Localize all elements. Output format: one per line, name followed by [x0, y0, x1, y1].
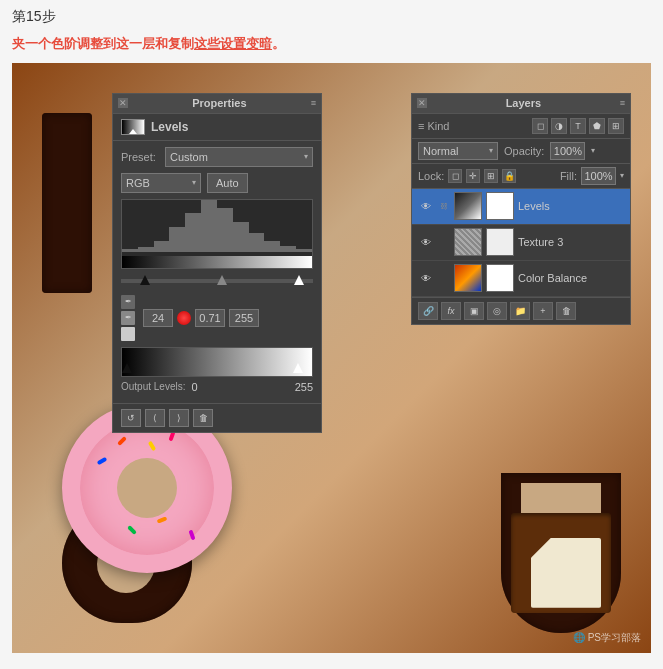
canvas-area: ✕ Properties ≡ Levels Preset: Custom ▾ R… [12, 63, 651, 653]
properties-menu-icon[interactable]: ≡ [311, 98, 316, 108]
smart-icon[interactable]: ⊞ [608, 118, 624, 134]
layers-close[interactable]: ✕ [417, 98, 427, 108]
layer-chain-levels: ⛓ [438, 200, 450, 212]
layer-thumbnail-levels [454, 192, 482, 220]
hbar-12 [296, 249, 312, 252]
layers-title: Layers [506, 97, 541, 109]
lock-pixel-btn[interactable]: ◻ [448, 169, 462, 183]
layers-titlebar: ✕ Layers ≡ [412, 94, 630, 114]
layer-kind-icons: ◻ ◑ T ⬟ ⊞ [532, 118, 624, 134]
layer-eye-texture3[interactable]: 👁 [418, 234, 434, 250]
new-layer-btn[interactable]: + [533, 302, 553, 320]
levels-header: Levels [113, 114, 321, 141]
fill-input[interactable]: 100% [581, 167, 616, 185]
input-values-row: ✒ ✒ ✒ 24 0.71 255 [121, 295, 313, 341]
delete-layer-btn[interactable]: 🗑 [556, 302, 576, 320]
add-adjustment-btn[interactable]: ◎ [487, 302, 507, 320]
highlight-slider-handle[interactable] [294, 275, 304, 285]
previous-button[interactable]: ⟨ [145, 409, 165, 427]
delete-button[interactable]: 🗑 [193, 409, 213, 427]
layers-footer: 🔗 fx ▣ ◎ 📁 + 🗑 [412, 297, 630, 324]
layer-chain-texture3 [438, 236, 450, 248]
blend-row: Normal ▾ Opacity: 100% ▾ [412, 139, 630, 164]
input-slider-row[interactable] [121, 273, 313, 289]
auto-button[interactable]: Auto [207, 173, 248, 193]
new-group-btn[interactable]: 📁 [510, 302, 530, 320]
hbar-5 [185, 213, 201, 252]
hbar-2 [138, 247, 154, 251]
sprinkle-5 [127, 525, 137, 535]
watermark-icon: 🌐 [573, 632, 588, 643]
type-icon[interactable]: T [570, 118, 586, 134]
blend-dropdown[interactable]: Normal ▾ [418, 142, 498, 160]
layer-eye-levels[interactable]: 👁 [418, 198, 434, 214]
red-indicator [177, 311, 191, 325]
output-shadow-handle[interactable] [122, 363, 132, 373]
opacity-arrow-icon: ▾ [591, 146, 595, 155]
eyedropper-grey[interactable]: ✒ [121, 311, 135, 325]
fx-button[interactable]: fx [441, 302, 461, 320]
output-levels-label: Output Levels: [121, 381, 185, 392]
desc-part2: 。 [272, 36, 285, 51]
channel-dropdown[interactable]: RGB ▾ [121, 173, 201, 193]
step-label: 第15步 [12, 8, 56, 24]
sprinkle-2 [148, 440, 156, 451]
preset-arrow-icon: ▾ [304, 152, 308, 161]
preset-label: Preset: [121, 151, 161, 163]
preset-value: Custom [170, 151, 208, 163]
page-header: 第15步 [0, 0, 663, 30]
hbar-8 [233, 222, 249, 252]
layer-row-levels[interactable]: 👁 ⛓ Levels [412, 189, 630, 225]
pixel-icon[interactable]: ◻ [532, 118, 548, 134]
next-button[interactable]: ⟩ [169, 409, 189, 427]
shadow-input[interactable]: 24 [143, 309, 173, 327]
shadow-slider-handle[interactable] [140, 275, 150, 285]
watermark-text: PS学习部落 [588, 632, 641, 643]
adjustment-icon[interactable]: ◑ [551, 118, 567, 134]
add-mask-btn[interactable]: ▣ [464, 302, 484, 320]
layer-name-colorbalance: Color Balance [518, 272, 624, 284]
kind-row: ≡ Kind ◻ ◑ T ⬟ ⊞ [412, 114, 630, 139]
layer-row-texture3[interactable]: 👁 Texture 3 [412, 225, 630, 261]
blend-mode-value: Normal [423, 145, 458, 157]
lock-all-btn[interactable]: 🔒 [502, 169, 516, 183]
properties-body: Preset: Custom ▾ RGB ▾ Auto [113, 141, 321, 403]
preset-dropdown[interactable]: Custom ▾ [165, 147, 313, 167]
layer-eye-colorbalance[interactable]: 👁 [418, 270, 434, 286]
layer-row-colorbalance[interactable]: 👁 Color Balance [412, 261, 630, 297]
gamma-slider-handle[interactable] [217, 275, 227, 285]
desc-highlight: 这些设置变暗 [194, 36, 272, 51]
channel-arrow-icon: ▾ [192, 178, 196, 187]
shape-icon[interactable]: ⬟ [589, 118, 605, 134]
output-levels-row: Output Levels: 0 255 [121, 381, 313, 393]
sprinkle-3 [97, 457, 108, 465]
properties-close[interactable]: ✕ [118, 98, 128, 108]
properties-titlebar: ✕ Properties ≡ [113, 94, 321, 114]
gamma-input[interactable]: 0.71 [195, 309, 225, 327]
hbar-3 [154, 241, 170, 252]
properties-panel: ✕ Properties ≡ Levels Preset: Custom ▾ R… [112, 93, 322, 433]
lock-position-btn[interactable]: ✛ [466, 169, 480, 183]
lock-artboard-btn[interactable]: ⊞ [484, 169, 498, 183]
choc-bar-bite [531, 538, 601, 608]
fill-arrow-icon: ▾ [620, 171, 624, 180]
levels-icon [121, 119, 145, 135]
layers-menu-icon[interactable]: ≡ [620, 98, 625, 108]
eyedropper-white[interactable]: ✒ [121, 327, 135, 341]
output-gradient-bar [122, 348, 312, 376]
hbar-6 [201, 199, 217, 252]
sprinkle-6 [157, 516, 168, 523]
layer-chain-colorbalance [438, 272, 450, 284]
histogram [121, 199, 313, 269]
opacity-input[interactable]: 100% [550, 142, 585, 160]
link-layers-btn[interactable]: 🔗 [418, 302, 438, 320]
choc-letter-I [42, 113, 92, 293]
output-highlight-handle[interactable] [293, 363, 303, 373]
histogram-bars [122, 199, 312, 252]
highlight-input[interactable]: 255 [229, 309, 259, 327]
watermark: 🌐 PS学习部落 [573, 631, 641, 645]
hbar-9 [249, 233, 265, 252]
output-gradient-container [121, 347, 313, 377]
eyedropper-black[interactable]: ✒ [121, 295, 135, 309]
reset-button[interactable]: ↺ [121, 409, 141, 427]
